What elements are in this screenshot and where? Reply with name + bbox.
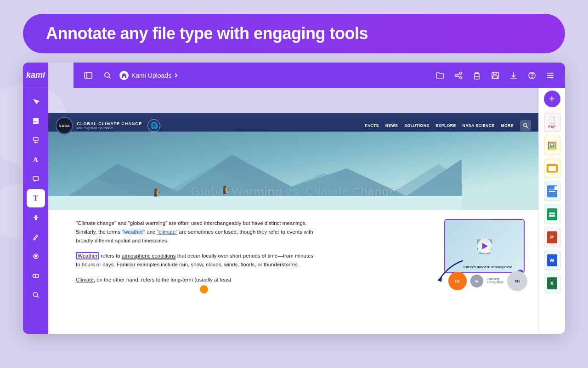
sidebar-toggle-icon[interactable]: [81, 68, 96, 83]
circle-dot-annotation: [200, 285, 208, 293]
svg-rect-25: [475, 72, 478, 74]
file-ppt[interactable]: P: [544, 228, 560, 247]
doc-body: 👨‍🏫 "Climate change" and "global warming…: [48, 210, 538, 334]
help-icon[interactable]: [525, 68, 539, 83]
nav-solutions[interactable]: SOLUTIONS: [404, 123, 429, 128]
nasa-logo-area: NASA GLOBAL CLIMATE CHANGE Vital Signs o…: [56, 117, 142, 134]
save-icon[interactable]: [488, 68, 503, 83]
nasa-nav-links: FACTS NEWS SOLUTIONS EXPLORE NASA SCIENC…: [365, 120, 531, 131]
nasa-title: GLOBAL CLIMATE CHANGE Vital Signs of the…: [77, 121, 142, 130]
svg-rect-11: [33, 274, 39, 277]
n2-molecule: N₂: [507, 271, 527, 291]
nav-news[interactable]: NEWS: [385, 123, 398, 128]
svg-rect-0: [33, 118, 39, 124]
folder-icon[interactable]: [433, 68, 447, 83]
atmospheric-conditions: atmospheric conditions: [122, 253, 176, 259]
textbox-tool[interactable]: T: [27, 189, 45, 207]
weather-boxed: Weather: [76, 252, 99, 259]
ppt-icon-symbol: P: [547, 231, 557, 243]
svg-point-10: [35, 255, 37, 257]
add-icon: +: [549, 94, 555, 104]
svg-rect-27: [493, 72, 496, 75]
divider-tool[interactable]: [27, 208, 45, 227]
nav-explore[interactable]: EXPLORE: [435, 123, 456, 128]
comment-tool[interactable]: [27, 170, 45, 188]
file-word[interactable]: W: [544, 251, 560, 270]
gdoc-icon-symbol: [547, 185, 557, 197]
word-icon-symbol: W: [547, 254, 557, 266]
climber2: 🧗: [223, 185, 232, 194]
svg-line-40: [526, 126, 528, 128]
file-excel[interactable]: X: [544, 274, 560, 293]
image-icon-symbol: 🖼️: [548, 141, 557, 150]
svg-line-22: [457, 74, 459, 75]
paragraph-3: Climate, on the other hand, refers to th…: [76, 276, 315, 284]
nasa-search-btn[interactable]: [520, 120, 531, 131]
pdf-label: PDF: [548, 125, 556, 129]
main-area: Kami Uploads: [48, 63, 565, 334]
menu-icon[interactable]: [543, 68, 558, 83]
file-slides[interactable]: [544, 159, 560, 178]
kami-logo: kami: [23, 63, 48, 88]
slides-icon-symbol: [547, 164, 558, 172]
sticky-note-tool[interactable]: [27, 112, 45, 130]
nav-more[interactable]: More: [501, 123, 514, 128]
svg-rect-2: [34, 138, 38, 141]
shape-tool[interactable]: [27, 247, 45, 265]
app-container: kami A T: [23, 63, 565, 334]
nav-facts[interactable]: FACTS: [365, 123, 379, 128]
svg-point-39: [524, 124, 527, 127]
banner-title: Annotate any file type with engaging too…: [46, 24, 368, 43]
video-play-btn[interactable]: [477, 239, 492, 253]
file-gsheet[interactable]: [544, 205, 560, 224]
svg-rect-24: [475, 76, 479, 79]
print-icon[interactable]: [469, 68, 484, 83]
weather-highlight: "weather": [122, 229, 145, 235]
nasa-globe[interactable]: 🌐: [147, 119, 160, 132]
stamp-tool[interactable]: [27, 131, 45, 150]
share-icon[interactable]: [451, 68, 466, 83]
breadcrumb-icon: [119, 71, 129, 80]
cursor-tool[interactable]: [27, 92, 45, 111]
svg-point-7: [35, 216, 36, 217]
svg-rect-15: [85, 73, 92, 78]
search-icon[interactable]: [100, 68, 115, 83]
breadcrumb: Kami Uploads: [119, 71, 178, 80]
left-sidebar: kami A T: [23, 63, 48, 334]
svg-point-8: [35, 218, 36, 220]
svg-rect-5: [33, 177, 39, 180]
paragraph-1: "Climate change" and "global warming" ar…: [76, 219, 315, 245]
file-image[interactable]: 🖼️: [544, 136, 560, 155]
nasa-nav: NASA GLOBAL CLIMATE CHANGE Vital Signs o…: [48, 113, 538, 138]
ar-molecule: Ar: [470, 275, 483, 288]
top-toolbar: Kami Uploads: [74, 63, 565, 88]
svg-point-17: [105, 73, 109, 77]
paragraph-2: Weather refers to atmospheric conditions…: [76, 252, 315, 269]
svg-line-14: [37, 296, 39, 298]
file-pdf[interactable]: 📄 PDF: [544, 113, 560, 132]
nav-nasa-science[interactable]: NASA SCIENCE: [463, 123, 495, 128]
svg-line-23: [457, 76, 459, 77]
svg-point-19: [460, 72, 462, 74]
mountain-svg: [48, 145, 462, 210]
arrow-annotation: [430, 256, 467, 286]
right-file-panel: + 📄 PDF 🖼️: [538, 88, 565, 334]
search-tool[interactable]: [27, 286, 45, 304]
eraser-tool[interactable]: [27, 266, 45, 285]
svg-point-32: [531, 77, 532, 78]
pdf-icon-symbol: 📄: [548, 116, 556, 124]
pen-tool[interactable]: [27, 228, 45, 246]
file-gdoc[interactable]: [544, 182, 560, 201]
svg-line-18: [109, 77, 111, 79]
sidebar-tools: A T: [27, 88, 45, 334]
excel-icon-symbol: X: [547, 277, 557, 289]
climber1: 🧗: [154, 188, 163, 197]
oxidizing-label: oxidizingatmosphere: [487, 277, 504, 284]
download-icon[interactable]: [506, 68, 521, 83]
add-file-btn[interactable]: +: [544, 91, 560, 107]
doc-content: 🧗 🧗 NASA GLOBAL CLIMATE CHANGE Vital Si: [48, 113, 538, 334]
toolbar-left: Kami Uploads: [81, 68, 427, 83]
svg-rect-38: [48, 196, 462, 210]
climate-highlight: "climate": [157, 229, 178, 235]
highlight-tool[interactable]: A: [27, 150, 45, 169]
